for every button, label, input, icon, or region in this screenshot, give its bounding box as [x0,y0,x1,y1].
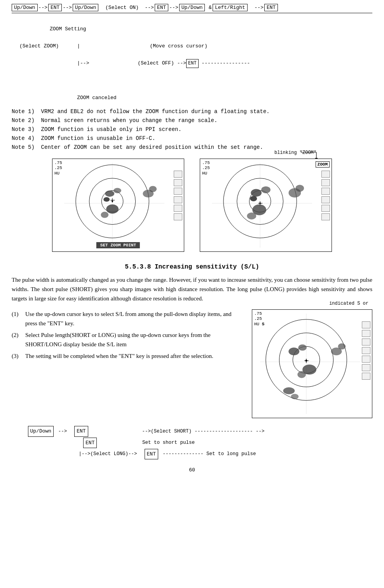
leftright-box: Left/Right [213,4,248,11]
flow-updown-box: Up/Down [28,426,54,436]
zoom-flow-line4: ZOOM canceled [19,95,117,101]
flow-indent-1 [12,427,26,436]
step-1-content: Use the up-down cursor keys to select S/… [25,309,240,328]
diagram-1: .75.25HU [52,159,184,252]
text-select-on: (Select ON) --> [99,5,154,10]
updown-box-2: Up/Down [73,4,99,11]
radar-svg-2 [200,159,332,251]
svg-point-22 [251,189,262,197]
svg-point-9 [103,197,110,202]
note-1: Note 1) VRM2 and EBL2 do not follow the … [12,108,372,116]
bottom-section: (1) Use the up-down cursor keys to selec… [12,309,372,418]
svg-point-10 [106,204,119,214]
note-5: Note 5) Center of ZOOM can be set any de… [12,143,372,152]
arrow-3: --> [169,5,178,10]
svg-point-11 [101,212,108,218]
radar-svg-1 [52,159,184,251]
radar2-column: indicated S or .75.25HU S [252,309,372,418]
svg-point-40 [297,371,306,378]
step-2-num: (2) [12,330,25,349]
zoom-diagrams-row: .75.25HU [12,159,372,252]
sidebar-boxes-2 [321,171,330,220]
flow-line-1: Up/Down --> ENT -->(Select SHORT) ------… [12,426,372,436]
svg-point-13 [149,186,157,192]
svg-point-42 [291,394,298,400]
arrow-4: --> [248,5,264,10]
step-2-content: Select Pulse length(SHORT or LONG) using… [25,330,240,349]
diagram-2: .75.25HU ZOOM [200,159,332,252]
step-3: (3) The setting will be completed when t… [12,351,240,361]
flow-indent-2 [12,438,82,447]
radar-diagram-3: .75.25HU S [252,309,372,418]
zoom-flow-line1: ZOOM Setting [19,26,86,32]
body-text-1: The pulse width is automatically changed… [12,275,372,303]
svg-point-7 [105,191,114,197]
step-1: (1) Use the up-down cursor keys to selec… [12,309,240,328]
flow-text-2: Set to short pulse [98,438,195,447]
flow-ent-box-1: ENT [74,426,88,436]
svg-point-23 [261,187,271,194]
zoom-flow-line3: |--> (Select OFF) -->ENT ---------------… [19,60,250,66]
steps-column: (1) Use the up-down cursor keys to selec… [12,309,240,363]
step-2: (2) Select Pulse length(SHORT or LONG) u… [12,330,240,349]
text-and: & [206,5,212,10]
radar-svg-3 [252,310,372,418]
bottom-flow-section: Up/Down --> ENT -->(Select SHORT) ------… [12,426,372,459]
flow-arrow-1: --> [55,427,73,436]
svg-point-38 [298,345,307,351]
set-zoom-point-label: SET ZOOM POINT [96,242,140,248]
note-4: Note 4) ZOOM function is unusable in OFF… [12,134,372,143]
svg-point-41 [283,387,295,394]
svg-point-45 [305,360,307,362]
ent-box-3: ENT [264,4,278,11]
note-3: Note 3) ZOOM function is usable only in … [12,126,372,134]
flow-line-3: |-->(Select LONG)--> ENT -------------- … [12,449,372,459]
arrow-1: --> [38,5,47,10]
flow-text-1: -->(Select SHORT) -------------------- -… [90,427,265,436]
note-2: Note 2) Normal screen returns when you c… [12,117,372,125]
svg-point-24 [250,196,257,201]
indicated-label: indicated S or [329,301,368,306]
zoom-flow-line2: (Select ZOOM) | (Move cross cursor) [19,43,208,49]
notes-section: Note 1) VRM2 and EBL2 do not follow the … [12,108,372,152]
top-navigation-line: Up/Down --> ENT --> Up/Down (Select ON) … [12,4,372,13]
svg-point-8 [113,188,121,194]
updown-box-1: Up/Down [12,4,38,11]
svg-point-26 [247,213,256,220]
svg-point-29 [259,202,261,204]
updown-box-3: Up/Down [179,4,205,11]
flow-text-3b: -------------- Set to long pulse [160,450,256,459]
zoom-flow-diagram: ZOOM Setting (Select ZOOM) | (Move cross… [19,16,372,102]
flow-ent-box-3: ENT [145,449,158,459]
arrow-2: --> [63,5,72,10]
flow-line-2: ENT Set to short pulse [12,438,372,448]
steps-list: (1) Use the up-down cursor keys to selec… [12,309,240,361]
flow-ent-box-2: ENT [83,438,97,448]
section-heading: 5.5.3.8 Increasing sensitivity (S/L) [12,263,372,270]
flow-text-3a: |-->(Select LONG)--> [12,450,143,459]
step-3-num: (3) [12,351,25,361]
svg-point-14 [112,201,113,202]
svg-point-44 [338,344,346,350]
ent-box-2: ENT [155,4,168,11]
svg-point-28 [295,185,304,192]
step-3-content: The setting will be completed when the "… [25,351,240,361]
ent-box-1: ENT [48,4,62,11]
sidebar-boxes-3 [362,321,370,380]
sidebar-boxes-1 [174,171,182,220]
step-1-num: (1) [12,309,25,328]
svg-point-37 [288,348,299,356]
diagram2-container: blinking "ZOOM" .75.25HU ZOOM [200,159,332,252]
page-number: 60 [12,467,372,473]
